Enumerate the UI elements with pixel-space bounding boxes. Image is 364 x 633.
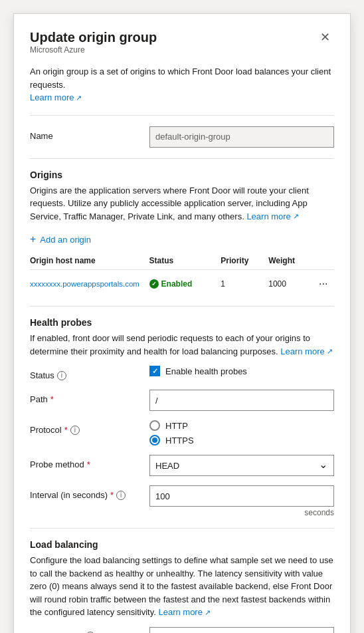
panel-title-group: Update origin group Microsoft Azure [30,30,157,63]
enable-health-probes-row: Enable health probes [149,366,334,376]
load-balancing-external-link-icon: ↗ [205,607,211,618]
http-label: HTTP [165,421,188,431]
name-control [149,126,334,148]
sample-size-label: Sample size * i [30,627,149,634]
divider-3 [30,306,334,307]
sample-size-input[interactable] [149,627,334,634]
external-link-icon: ↗ [76,92,82,104]
interval-label: Interval (in seconds) * i [30,485,149,500]
path-field-row: Path * [30,390,334,411]
interval-control: seconds [149,485,334,517]
panel-header: Update origin group Microsoft Azure ✕ [30,30,334,63]
protocol-radio-group: HTTP HTTPS [149,420,334,445]
https-label: HTTPS [165,436,194,445]
plus-icon: + [30,233,36,245]
probe-method-select-wrapper: HEAD GET [149,455,334,476]
panel-title: Update origin group [30,30,157,45]
path-label: Path * [30,390,149,404]
interval-unit-label: seconds [149,508,334,517]
col-header-host: Origin host name [30,256,149,265]
intro-description: An origin group is a set of origins to w… [30,65,334,104]
origins-table-header: Origin host name Status Priority Weight [30,256,334,270]
http-radio-row: HTTP [149,420,334,431]
sample-size-field-row: Sample size * i [30,627,334,634]
protocol-control: HTTP HTTPS [149,420,334,445]
col-header-weight: Weight [268,256,316,265]
https-radio-row: HTTPS [149,435,334,445]
path-control [149,390,334,411]
health-probes-description: If enabled, front door will send periodi… [30,332,334,358]
protocol-label: Protocol * i [30,420,149,435]
close-button[interactable]: ✕ [316,30,334,45]
more-options-button[interactable]: ··· [316,278,330,290]
health-probes-section: Health probes If enabled, front door wil… [30,317,334,517]
health-probes-title: Health probes [30,317,334,328]
status-control: Enable health probes [149,366,334,379]
load-balancing-section: Load balancing Configure the load balanc… [30,539,334,633]
update-origin-group-panel: Update origin group Microsoft Azure ✕ An… [13,13,351,633]
http-radio[interactable] [149,420,160,431]
enable-health-probes-checkbox[interactable] [149,366,160,376]
enable-health-probes-label: Enable health probes [165,366,247,376]
health-probes-learn-more-link[interactable]: Learn more ↗ [280,345,332,358]
interval-input[interactable] [149,485,334,507]
origin-host-cell[interactable]: xxxxxxxx.powerappsportals.com [30,280,149,288]
status-enabled-badge: Enabled [149,279,221,289]
origin-priority-cell: 1 [221,279,268,289]
origins-description: Origins are the application servers wher… [30,184,334,223]
protocol-info-icon[interactable]: i [70,426,80,435]
origins-learn-more-link[interactable]: Learn more ↗ [246,210,298,223]
name-input[interactable] [149,126,334,148]
sample-size-control [149,627,334,634]
status-info-icon[interactable]: i [57,371,66,380]
interval-field-row: Interval (in seconds) * i seconds [30,485,334,517]
close-icon: ✕ [320,31,330,44]
divider-4 [30,528,334,529]
load-balancing-description: Configure the load balancing settings to… [30,554,334,619]
probe-method-label: Probe method * [30,455,149,469]
path-input[interactable] [149,390,334,411]
path-required-star: * [50,394,54,404]
add-origin-button[interactable]: + Add an origin [30,231,91,248]
load-balancing-title: Load balancing [30,539,334,550]
health-probes-external-link-icon: ↗ [327,346,333,357]
col-header-actions [316,256,334,265]
name-label: Name [30,126,149,141]
origin-status-cell: Enabled [149,279,221,289]
load-balancing-learn-more-link[interactable]: Learn more ↗ [158,606,210,619]
protocol-required-star: * [64,425,68,435]
status-dot-icon [149,279,159,289]
divider-2 [30,158,334,159]
probe-method-required-star: * [87,459,90,469]
name-field-row: Name [30,126,334,148]
probe-method-field-row: Probe method * HEAD GET [30,455,334,476]
status-label: Status i [30,366,149,380]
interval-info-icon[interactable]: i [116,491,126,500]
https-radio[interactable] [149,435,160,445]
origins-title: Origins [30,170,334,180]
intro-learn-more-link[interactable]: Learn more ↗ [30,91,82,104]
panel-subtitle: Microsoft Azure [30,45,157,55]
divider-1 [30,115,334,116]
status-field-row: Status i Enable health probes [30,366,334,380]
probe-method-select[interactable]: HEAD GET [149,455,334,476]
origins-section: Origins Origins are the application serv… [30,170,334,296]
col-header-status: Status [149,256,221,265]
interval-required-star: * [110,490,114,500]
probe-method-control: HEAD GET [149,455,334,476]
origins-external-link-icon: ↗ [293,211,299,222]
table-row: xxxxxxxx.powerappsportals.com Enabled 1 … [30,273,334,295]
col-header-priority: Priority [221,256,268,265]
origin-weight-cell: 1000 [268,279,316,289]
origin-actions-cell: ··· [316,278,334,290]
protocol-field-row: Protocol * i HTTP HTTPS [30,420,334,445]
